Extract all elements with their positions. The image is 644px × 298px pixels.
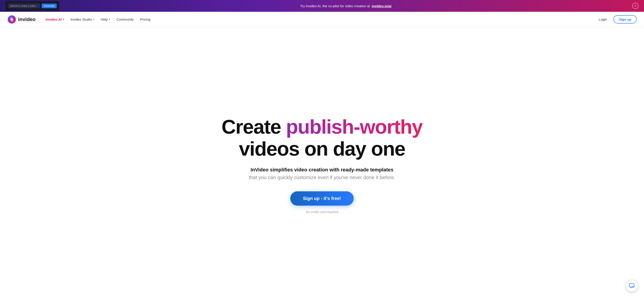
hero-subtitle-bold: InVideo simplifies video creation with r… — [250, 167, 394, 173]
chat-bubble-button[interactable] — [626, 280, 638, 292]
hero-cta-button[interactable]: Sign up - it's free! — [290, 191, 354, 206]
banner-close-button[interactable]: × — [632, 3, 638, 9]
banner-preview: Ask AI to make a video Generate — [6, 0, 59, 12]
chevron-down-icon: ▾ — [109, 18, 110, 20]
login-button[interactable]: Login — [596, 16, 610, 23]
banner-generate-button[interactable]: Generate — [42, 4, 57, 8]
hero-title-gradient: publish-worthy — [286, 115, 422, 138]
nav-links: invideo AI ▾ invideo Studio ▾ Help ▾ Com… — [43, 16, 596, 23]
nav-item-help[interactable]: Help ▾ — [98, 16, 113, 23]
nav-actions: Login Sign up — [596, 15, 637, 23]
hero-subtitle-light: that you can quickly customize even if y… — [249, 175, 395, 181]
chat-icon — [629, 283, 635, 289]
banner-preview-input: Ask AI to make a video — [8, 4, 40, 8]
navbar: invideo invideo AI ▾ invideo Studio ▾ He… — [0, 12, 644, 27]
top-banner: Ask AI to make a video Generate Try invi… — [0, 0, 644, 12]
hero-title: Create publish-worthy videos on day one — [197, 116, 447, 160]
nav-item-invideo-ai[interactable]: invideo AI ▾ — [43, 16, 67, 23]
logo-text: invideo — [18, 16, 36, 22]
nav-item-pricing[interactable]: Pricing — [137, 16, 153, 23]
signup-button[interactable]: Sign up — [614, 15, 637, 23]
hero-section: Create publish-worthy videos on day one … — [0, 27, 644, 298]
logo[interactable]: invideo — [7, 15, 36, 24]
chevron-down-icon: ▾ — [63, 18, 64, 20]
banner-text: Try invideo AI, the co-pilot for video c… — [59, 4, 632, 8]
banner-preview-card: Ask AI to make a video Generate — [6, 1, 59, 11]
chevron-down-icon: ▾ — [93, 18, 94, 20]
nav-item-community[interactable]: Community — [114, 16, 136, 23]
svg-point-2 — [11, 18, 13, 20]
logo-icon — [7, 15, 16, 24]
banner-link[interactable]: invideo.io/ai — [372, 4, 392, 8]
nav-item-invideo-studio[interactable]: invideo Studio ▾ — [68, 16, 97, 23]
hero-no-cc-text: No credit card required — [306, 210, 338, 214]
